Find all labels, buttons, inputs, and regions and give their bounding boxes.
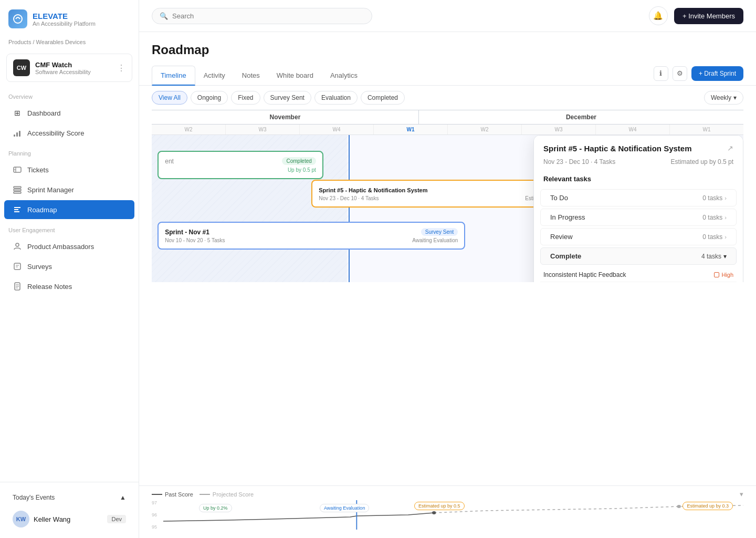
ambassadors-icon [13,242,22,251]
sidebar-item-roadmap[interactable]: Roadmap [4,200,134,219]
app-logo-icon [8,9,27,28]
info-icon-button[interactable]: ℹ [654,66,668,81]
workspace-card[interactable]: CW CMF Watch Software Accessibility ⋮ [6,54,132,82]
annotation-up: Up by 0.2% [199,503,232,511]
user-name: Keller Wang [34,515,70,523]
search-input[interactable] [172,12,364,20]
release-notes-icon [13,282,22,291]
timeline-area: November December W2 W3 W4 W1 W2 W3 W4 W… [139,110,756,485]
filter-evaluation[interactable]: Evaluation [314,91,358,105]
chevron-right-icon: › [724,195,727,201]
sidebar-item-label: Dashboard [27,109,61,117]
svg-rect-3 [19,131,20,137]
page-header: Roadmap [139,32,756,66]
y-axis: 97 96 95 [152,500,163,530]
today-events-header[interactable]: Today's Events ▲ [6,489,132,506]
current-week-line [349,135,350,282]
logo-text: ELEVATE An Accessibility Platform [33,12,96,27]
svg-rect-2 [16,132,18,137]
settings-icon-button[interactable]: ⚙ [673,66,687,81]
main-content: 🔍 🔔 + Invite Members Roadmap Timeline Ac… [139,0,756,538]
svg-point-12 [432,511,436,514]
dashboard-icon: ⊞ [13,108,22,118]
sprint-completed-badge: Completed [282,157,316,165]
sprint-fixed-name: Sprint #5 - Haptic & Notification System [319,187,427,193]
svg-rect-7 [14,192,21,193]
filter-fixed[interactable]: Fixed [231,91,260,105]
roadmap-icon [13,205,22,214]
app-name: ELEVATE [33,12,96,20]
sprint-survey-card[interactable]: Sprint - Nov #1 Survey Sent Nov 10 - Nov… [158,222,465,250]
annotation-est2: Estimated up by 0.3 [682,501,733,509]
tab-activity[interactable]: Activity [195,66,234,86]
invite-members-button[interactable]: + Invite Members [674,8,743,24]
topbar-right: 🔔 + Invite Members [649,6,743,25]
sidebar-item-ambassadors[interactable]: Product Ambassadors [4,237,134,256]
sidebar-item-accessibility[interactable]: Accessibility Score [4,123,134,142]
tab-analytics[interactable]: Analytics [322,66,366,86]
filter-survey-sent[interactable]: Survey Sent [264,91,311,105]
week-w3d: W3 [522,125,596,134]
tab-notes[interactable]: Notes [234,66,268,86]
sidebar-item-label: Sprint Manager [27,186,74,194]
sprint-survey-dates: Nov 10 - Nov 20 · 5 Tasks [165,237,225,243]
sprint-completed-note: Up by 0.5 pt [165,167,316,173]
filter-view-all[interactable]: View All [152,91,187,105]
task-count-complete: 4 tasks ▾ [701,253,727,260]
sidebar-item-label: Accessibility Score [27,129,84,137]
user-engagement-label: User Engagement [0,220,139,236]
chevron-down-icon: ▾ [733,94,737,101]
today-events-label: Today's Events [13,494,55,501]
sidebar-item-tickets[interactable]: Tickets [4,160,134,179]
sidebar-item-sprint-manager[interactable]: Sprint Manager [4,180,134,199]
task-count-todo: 0 tasks › [702,194,727,202]
notification-button[interactable]: 🔔 [649,6,668,25]
user-row: KW Keller Wang Dev [6,506,132,532]
task-row-todo[interactable]: To Do 0 tasks › [540,189,737,206]
popup-external-icon[interactable]: ↗ [727,144,733,152]
sprint-icon [13,185,22,194]
item-name-1: Inconsistent Haptic Feedback [543,271,626,278]
annotation-awaiting: Awaiting Evaluation [320,503,369,511]
task-row-complete[interactable]: Complete 4 tasks ▾ [540,247,737,265]
sidebar-item-label: Product Ambassadors [27,243,94,251]
sprint-card-completed[interactable]: ent Completed Up by 0.5 pt [158,151,323,179]
filter-bar: View All Ongoing Fixed Survey Sent Evalu… [139,86,756,110]
sidebar-logo: ELEVATE An Accessibility Platform [0,0,139,35]
sidebar-item-surveys[interactable]: Surveys [4,257,134,276]
overview-section-label: Overview [0,86,139,103]
popup-panel: Sprint #5 - Haptic & Notification System… [533,135,743,282]
past-score-label: Past Score [152,491,193,498]
week-w2: W2 [152,125,226,134]
sprint-survey-meta: Nov 10 - Nov 20 · 5 Tasks Awaiting Evalu… [165,237,458,243]
workspace-info: CMF Watch Software Accessibility [35,61,91,75]
sidebar-item-dashboard[interactable]: ⊞ Dashboard [4,104,134,122]
sidebar-item-label: Release Notes [27,283,72,291]
tab-whiteboard[interactable]: White board [268,66,322,86]
tab-timeline[interactable]: Timeline [152,66,195,86]
user-badge: Dev [107,515,126,523]
tickets-icon [13,165,22,174]
popup-relevant-tasks-title: Relevant tasks [534,171,743,187]
score-graph-toggle[interactable]: ▾ [740,490,743,498]
workspace-icon: CW [13,59,30,76]
score-graph: Past Score Projected Score ▾ 97 96 95 [139,485,756,538]
annotation-awaiting-badge: Awaiting Evaluation [320,504,369,512]
svg-rect-5 [14,187,21,188]
popup-meta: Nov 23 - Dec 10 · 4 Tasks Estimated up b… [534,158,743,171]
workspace-options-icon[interactable]: ⋮ [117,63,125,73]
draft-sprint-button[interactable]: + Draft Sprint [691,66,743,81]
weekly-filter-button[interactable]: Weekly ▾ [704,91,743,105]
app-subtitle: An Accessibility Platform [33,20,96,27]
chevron-right-icon: › [724,234,727,240]
week-w1e: W1 [670,125,743,134]
priority-icon-1 [714,272,719,277]
search-box[interactable]: 🔍 [152,8,372,24]
task-row-inprogress[interactable]: In Progress 0 tasks › [540,209,737,226]
sidebar-item-release-notes[interactable]: Release Notes [4,277,134,296]
filter-ongoing[interactable]: Ongoing [191,91,228,105]
task-row-review[interactable]: Review 0 tasks › [540,228,737,245]
filter-completed[interactable]: Completed [361,91,405,105]
accessibility-icon [13,128,22,138]
task-label-review: Review [550,233,573,241]
